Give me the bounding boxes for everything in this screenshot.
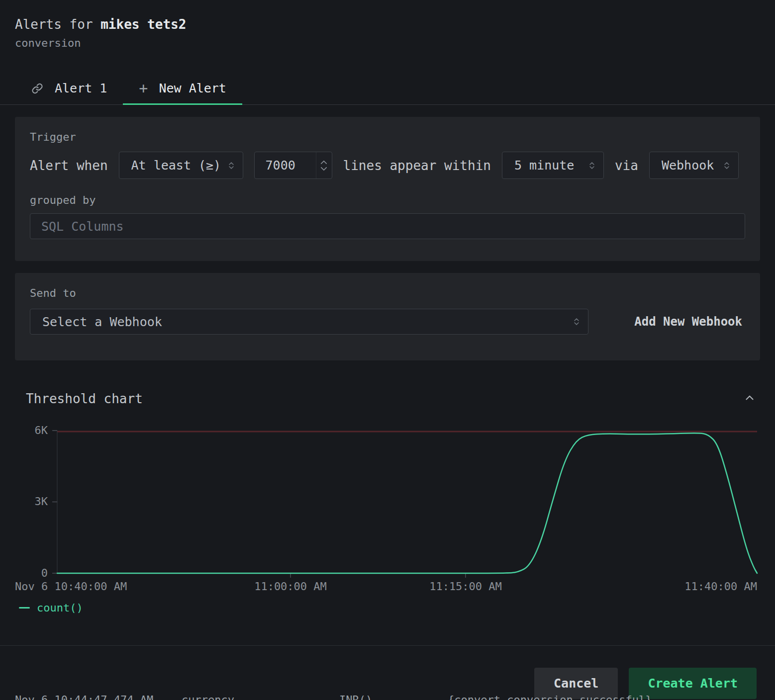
- count-series-line: [57, 433, 757, 573]
- stepper-up-icon[interactable]: [320, 160, 327, 165]
- channel-value: Webhook: [662, 158, 714, 173]
- legend-line-swatch: [19, 607, 30, 609]
- background-log-timestamp: Nov 6 10:44:47.474 AM: [15, 694, 153, 700]
- chevron-updown-icon: [722, 161, 731, 170]
- dialog-footer: Cancel Create Alert: [0, 645, 775, 699]
- alert-tabs: Alert 1 + New Alert: [0, 72, 775, 105]
- tab-alert-1-label: Alert 1: [55, 81, 107, 95]
- threshold-chart-title: Threshold chart: [26, 391, 143, 406]
- collapse-chart-button[interactable]: [741, 389, 758, 408]
- send-to-section: Send to Select a Webhook Add New Webhook: [15, 273, 760, 360]
- plus-icon: +: [139, 81, 148, 96]
- tab-alert-1[interactable]: Alert 1: [15, 72, 123, 104]
- chart-legend: count(): [19, 602, 83, 614]
- alert-when-label: Alert when: [30, 158, 108, 173]
- alert-dialog: Alerts for mikes tets2 conversion Alert …: [0, 0, 775, 700]
- stepper-down-icon[interactable]: [320, 167, 327, 171]
- trigger-section: Trigger Alert when At least (≥) lines ap…: [15, 117, 760, 261]
- group-by-input[interactable]: [30, 213, 745, 239]
- via-label: via: [615, 158, 638, 173]
- y-axis-label-6k: 6K: [0, 424, 48, 437]
- trigger-section-label: Trigger: [30, 130, 745, 145]
- page-title: Alerts for mikes tets2: [15, 17, 760, 32]
- page-title-source-name: mikes tets2: [100, 17, 186, 32]
- background-log-field-2: INR(): [339, 694, 372, 700]
- threshold-stepper: [316, 152, 332, 178]
- tab-new-alert-label: New Alert: [159, 81, 226, 95]
- threshold-chart-header: Threshold chart: [0, 389, 775, 408]
- background-log-field-1: currency: [182, 694, 234, 700]
- page-subtitle: conversion: [15, 37, 760, 49]
- x-axis-label-end: 11:40:00 AM: [684, 580, 757, 593]
- x-axis-label-1115: 11:15:00 AM: [406, 580, 525, 593]
- chevron-updown-icon: [227, 161, 236, 170]
- chevron-up-icon: [743, 391, 756, 404]
- threshold-line-chart: [57, 431, 757, 573]
- lines-appear-within-label: lines appear within: [343, 158, 491, 173]
- channel-select[interactable]: Webhook: [649, 152, 739, 179]
- threshold-chart: 6K 3K 0 Nov 6 10:40:00 AM 11:00:00 AM 11…: [0, 431, 775, 620]
- comparator-value: At least (≥): [131, 158, 221, 173]
- grouped-by-label: grouped by: [30, 194, 745, 206]
- legend-series-label: count(): [37, 602, 83, 614]
- axis-ticks: [52, 431, 466, 578]
- dialog-header: Alerts for mikes tets2 conversion: [0, 0, 775, 49]
- footer-buttons: Cancel Create Alert: [0, 646, 775, 699]
- webhook-select-value: Select a Webhook: [42, 315, 162, 329]
- threshold-value-group: [254, 152, 332, 179]
- interval-value: 5 minute: [514, 158, 574, 173]
- y-axis-label-3k: 3K: [0, 495, 48, 508]
- background-log-row: Nov 6 10:44:47.474 AM currency INR() {co…: [0, 694, 775, 700]
- send-to-label: Send to: [30, 286, 745, 301]
- add-new-webhook-button[interactable]: Add New Webhook: [634, 315, 742, 329]
- y-axis-label-0: 0: [0, 567, 48, 580]
- threshold-value-input[interactable]: [255, 152, 316, 178]
- comparator-select[interactable]: At least (≥): [119, 152, 243, 179]
- link-icon: [31, 82, 44, 95]
- send-to-row: Select a Webhook Add New Webhook: [30, 309, 745, 335]
- page-title-prefix: Alerts for: [15, 17, 100, 32]
- tab-new-alert[interactable]: + New Alert: [123, 72, 242, 104]
- webhook-select[interactable]: Select a Webhook: [30, 309, 588, 335]
- x-axis-label-1100: 11:00:00 AM: [231, 580, 350, 593]
- background-log-field-3: {convert conversion successful}: [448, 694, 652, 700]
- trigger-row: Alert when At least (≥) lines appear wit…: [30, 152, 745, 179]
- x-axis-label-start: Nov 6 10:40:00 AM: [15, 580, 127, 593]
- chevron-updown-icon: [572, 317, 581, 326]
- interval-select[interactable]: 5 minute: [502, 152, 604, 179]
- chevron-updown-icon: [587, 161, 596, 170]
